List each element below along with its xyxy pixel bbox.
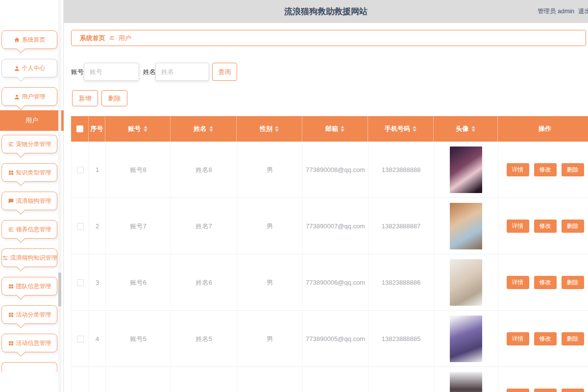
avatar	[450, 203, 482, 249]
sort-caret-icon[interactable]	[471, 126, 475, 132]
row-checkbox[interactable]	[77, 167, 84, 173]
sidebar-item-activity-category[interactable]: 活动分类管理	[1, 305, 57, 324]
breadcrumb-home[interactable]: 系统首页	[80, 34, 105, 43]
sidebar-item-next-partial[interactable]	[1, 362, 57, 372]
select-all-checkbox[interactable]	[76, 125, 83, 132]
delete-row-button[interactable]: 删除	[562, 163, 584, 176]
sidebar-item-label: 活动信息管理	[16, 339, 51, 347]
row-checkbox[interactable]	[77, 279, 84, 286]
cell-gender: 男	[237, 142, 303, 198]
sliders-icon	[2, 255, 8, 261]
cell-name: 姓名8	[171, 142, 237, 198]
sidebar-scrollbar-track	[58, 0, 61, 392]
sidebar-item-user[interactable]: 用户	[0, 110, 64, 131]
column-label: 账号	[128, 124, 141, 133]
sidebar-item-label: 个人中心	[22, 64, 46, 73]
cell-phone	[368, 367, 434, 392]
sidebar-item-label: 宠物分类管理	[16, 140, 51, 148]
detail-button[interactable]: 详情	[507, 163, 529, 176]
edit-button[interactable]: 修改	[534, 220, 557, 233]
detail-button[interactable]: 详情	[507, 389, 529, 392]
sidebar-scrollbar-thumb[interactable]	[58, 272, 61, 307]
column-label: 手机号码	[385, 124, 410, 133]
column-header-email[interactable]: 邮箱	[302, 116, 368, 142]
column-header-phone[interactable]: 手机号码	[368, 116, 434, 142]
sidebar-item-home[interactable]: 系统首页	[1, 30, 57, 49]
sort-caret-icon[interactable]	[413, 126, 416, 132]
column-label: 序号	[91, 124, 103, 133]
edit-button[interactable]: 修改	[534, 163, 557, 176]
column-header-gender[interactable]: 性别	[237, 116, 302, 142]
sidebar-item-knowledge-type[interactable]: 知识类型管理	[1, 163, 57, 182]
table-row: 详情修改删除	[71, 367, 588, 392]
sidebar-item-stray-animals[interactable]: 流浪猫狗管理	[1, 192, 57, 210]
cell-phone: 13823888888	[368, 142, 434, 198]
row-checkbox[interactable]	[77, 223, 84, 230]
cell-actions: 详情修改删除	[498, 142, 588, 198]
edit-button[interactable]: 修改	[534, 276, 557, 289]
sidebar-item-stray-knowledge[interactable]: 流浪猫狗知识管理	[1, 248, 57, 267]
avatar	[450, 147, 482, 193]
breadcrumb-separator-icon	[109, 35, 115, 41]
table-row: 3账号6姓名6男773890006@qq.com13823888886详情修改删…	[71, 254, 588, 311]
cell-gender: 男	[237, 311, 303, 367]
search-button[interactable]: 查询	[212, 63, 237, 81]
user-table: 序号账号姓名性别邮箱手机号码头像操作 1账号8姓名8男773890008@qq.…	[71, 116, 588, 392]
column-label: 姓名	[194, 124, 207, 133]
cell-email: 773890008@qq.com	[303, 142, 368, 198]
name-input[interactable]	[155, 63, 209, 81]
page-title: 流浪猫狗救助救援网站	[64, 0, 588, 23]
sort-caret-icon[interactable]	[144, 126, 147, 132]
column-header-avatar[interactable]: 头像	[434, 116, 498, 142]
delete-row-button[interactable]: 删除	[562, 332, 584, 345]
detail-button[interactable]: 详情	[507, 276, 529, 289]
cell-avatar	[434, 142, 498, 198]
sidebar-item-adoption-info[interactable]: 领养信息管理	[1, 220, 57, 239]
logout-link[interactable]: 退出登录	[578, 7, 588, 16]
sidebar-item-pet-category[interactable]: 宠物分类管理	[1, 135, 57, 153]
sidebar-item-label: 知识类型管理	[16, 169, 51, 177]
detail-button[interactable]: 详情	[507, 332, 529, 345]
cell-phone: 13823888887	[368, 198, 434, 254]
cell-index: 1	[89, 142, 106, 198]
sidebar-item-label: 系统首页	[22, 36, 46, 44]
grid-icon	[8, 170, 14, 176]
list-icon	[8, 226, 14, 233]
table-row: 4账号5姓名5男773890005@qq.com13823888885详情修改删…	[71, 311, 588, 367]
delete-row-button[interactable]: 删除	[562, 220, 584, 233]
sidebar-item-activity-info[interactable]: 活动信息管理	[1, 334, 57, 352]
delete-button[interactable]: 删除	[101, 90, 127, 106]
edit-button[interactable]: 修改	[534, 332, 557, 345]
sidebar-item-team-info[interactable]: 团队信息管理	[1, 277, 57, 295]
cell-email: 773890006@qq.com	[303, 254, 368, 311]
breadcrumb: 系统首页 用户	[71, 30, 586, 46]
cell-gender	[237, 367, 303, 392]
sidebar-item-profile[interactable]: 个人中心	[1, 59, 57, 77]
sidebar-item-label: 用户管理	[22, 93, 46, 101]
cell-account	[106, 367, 171, 392]
avatar	[450, 316, 482, 362]
sidebar-item-user-management[interactable]: 用户管理	[1, 87, 57, 106]
table-row: 1账号8姓名8男773890008@qq.com13823888888详情修改删…	[71, 142, 588, 198]
delete-row-button[interactable]: 删除	[562, 276, 584, 289]
add-button[interactable]: 新增	[72, 90, 98, 106]
cell-checkbox	[72, 367, 89, 392]
account-input[interactable]	[84, 63, 139, 81]
detail-button[interactable]: 详情	[507, 220, 529, 233]
sort-caret-icon[interactable]	[209, 126, 213, 132]
delete-row-button[interactable]: 删除	[562, 389, 584, 392]
user-info: 管理员 admin	[538, 7, 574, 16]
table-header-row: 序号账号姓名性别邮箱手机号码头像操作	[71, 116, 588, 142]
column-label: 操作	[539, 124, 551, 133]
column-header-name[interactable]: 姓名	[171, 116, 237, 142]
grid-icon	[8, 283, 14, 290]
sort-caret-icon[interactable]	[341, 126, 344, 132]
column-header-actions: 操作	[498, 116, 588, 142]
row-checkbox[interactable]	[77, 336, 84, 343]
edit-button[interactable]: 修改	[534, 389, 557, 392]
sort-caret-icon[interactable]	[275, 126, 279, 132]
name-label: 姓名	[143, 63, 156, 81]
column-header-account[interactable]: 账号	[105, 116, 171, 142]
cell-checkbox	[72, 311, 89, 367]
cell-index: 3	[89, 254, 106, 311]
